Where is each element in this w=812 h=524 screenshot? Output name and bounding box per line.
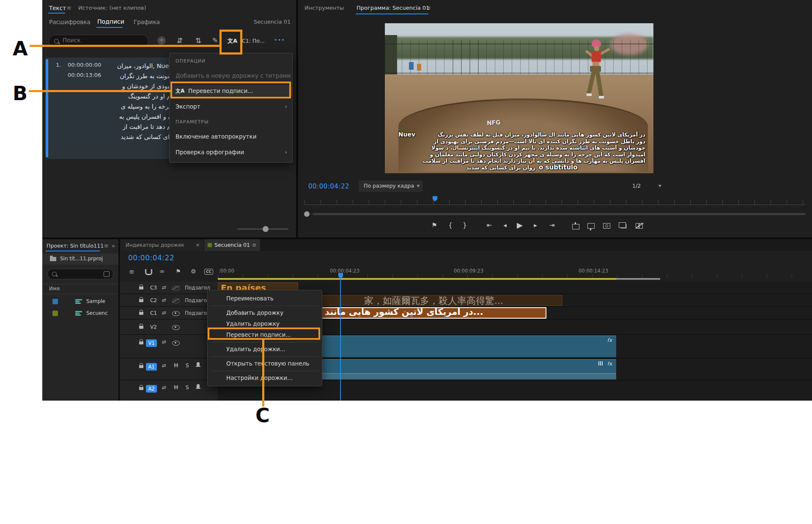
mute-button[interactable]: M [174,363,178,368]
tab-graphics[interactable]: Графика [134,19,160,25]
mark-out-button[interactable]: } [459,221,471,229]
track-name[interactable]: V2 [150,324,157,330]
mark-in-button[interactable]: { [444,221,456,229]
captions-track-options-button[interactable]: CC [204,269,213,275]
mute-button[interactable]: M [174,385,178,390]
menu-item-autoscroll[interactable]: Включение автопрокрутки [170,131,292,142]
add-marker-icon[interactable]: ⚑ [176,268,181,275]
project-panel-tab[interactable]: Проект: Sin título111 [47,243,104,249]
filter-bin-icon[interactable] [104,271,110,277]
eye-off-icon[interactable] [172,298,180,303]
eye-icon[interactable] [172,311,180,316]
program-panel-menu-icon[interactable]: ≡ [426,5,431,11]
tab-sequence[interactable]: Secuencia 01 ≡ [204,239,260,251]
caption-time-out[interactable]: 00:00:13:06 [68,72,101,78]
track-target-badge[interactable]: A2 [146,385,157,393]
edit-pencil-button[interactable]: ✎ [212,36,218,44]
sync-lock-icon[interactable]: ⇄ [162,363,166,368]
name-column-header[interactable]: Имя [49,286,60,292]
sync-lock-icon[interactable]: ⇄ [162,385,166,390]
menu-item-open-text-panel[interactable]: Открыть текстовую панель [208,358,322,369]
sync-lock-icon[interactable]: ⇄ [162,310,166,316]
playback-resolution-select[interactable]: 1/2 [632,183,641,189]
tab-track-indicators[interactable]: Индикаторы дорожек × [121,239,203,251]
lock-icon[interactable] [139,312,143,315]
step-back-button[interactable]: ◂ [499,221,511,229]
close-icon[interactable]: × [195,242,200,248]
lock-icon[interactable] [139,326,143,329]
caption-track-filter[interactable]: C1: По... [242,38,265,44]
comparison-view-button[interactable] [619,222,626,228]
lock-icon[interactable] [139,299,143,302]
menu-item-add-track[interactable]: Добавить дорожку [208,307,322,318]
multi-camera-view-button[interactable] [636,223,643,229]
export-frame-button[interactable] [603,223,610,229]
panel-overflow-icon[interactable]: » [112,243,115,249]
chevron-down-icon[interactable]: ▾ [658,183,661,189]
project-item-row[interactable]: Sample [42,296,118,308]
zoom-slider-knob[interactable] [263,226,269,232]
tools-panel-tab[interactable]: Инструменты [304,5,344,11]
menu-item-delete-tracks[interactable]: Удалить дорожки... [208,344,322,355]
track-name[interactable]: C2 [150,297,157,303]
program-ruler[interactable] [304,195,806,205]
panel-menu-icon[interactable]: ≡ [104,243,109,249]
add-caption-button[interactable]: + [157,36,166,45]
track-name[interactable]: C3 [150,285,157,291]
merge-captions-button[interactable]: ⇅ [195,36,201,45]
play-button[interactable]: ▶ [514,221,526,229]
track-name[interactable]: C1 [150,310,157,316]
menu-item-spellcheck[interactable]: Проверка орфографии › [170,147,292,158]
caption-time-in[interactable]: 00:00:00:00 [68,62,101,68]
nest-toggle-icon[interactable]: ≡ [129,268,134,276]
extract-button[interactable] [587,223,595,229]
work-area-bar[interactable] [218,278,616,280]
tab-transcript[interactable]: Расшифровка [49,19,91,25]
tab-captions[interactable]: Подписи [97,18,124,25]
menu-item-export[interactable]: Экспорт › [170,101,292,112]
caption-text[interactable]: Nuev ,الوادور، میزان شونت به طرز نگران ه… [113,61,173,156]
label-color-chip[interactable] [52,299,58,304]
timeline-playhead-line[interactable] [340,278,341,401]
track-target-badge[interactable]: V1 [146,339,157,347]
audio-clip-a1[interactable]: fx [321,359,616,379]
source-tab[interactable]: Источник: (нет клипов) [78,5,146,11]
track-target-badge[interactable]: A1 [146,363,157,371]
snap-magnet-icon[interactable] [145,269,152,275]
go-to-in-button[interactable]: ⇤ [483,221,495,229]
eye-icon[interactable] [172,325,180,330]
project-item-name[interactable]: Sample [86,298,105,304]
step-forward-button[interactable]: ▸ [529,221,541,229]
add-marker-button[interactable]: ⚑ [428,221,440,229]
sync-lock-icon[interactable]: ⇄ [162,339,166,345]
work-area-bar-end[interactable] [616,278,660,280]
zoom-level-select[interactable]: По размеру кадра ▾ [359,180,423,192]
sync-lock-icon[interactable]: ⇄ [162,284,166,290]
timeline-timecode[interactable]: 00:00:04:22 [128,254,174,262]
solo-button[interactable]: S [186,363,189,368]
menu-item-track-settings[interactable]: Настройки дорожки... [208,372,322,383]
caption-clip-c1-selected[interactable]: در آمریکای لاتین کشور هایی مانند... [321,307,546,319]
menu-item-rename[interactable]: Переименовать [208,293,322,304]
program-scrollbar-knob[interactable] [304,211,310,217]
sync-lock-icon[interactable]: ⇄ [162,297,166,303]
program-panel-tab[interactable]: Программа: Secuencia 01 [357,5,429,11]
eye-off-icon[interactable] [172,286,180,291]
label-color-chip[interactable] [52,311,58,316]
eye-icon[interactable] [172,341,180,346]
lock-icon[interactable] [139,341,143,344]
project-item-row[interactable]: Secuenc [42,308,118,319]
lock-icon[interactable] [139,387,143,390]
video-clip-v1[interactable]: fx [321,336,616,358]
project-search-input[interactable] [59,270,102,277]
search-input[interactable] [62,36,135,44]
lift-button[interactable] [572,224,579,229]
mic-icon[interactable] [197,362,200,366]
project-search-field[interactable] [47,269,113,279]
panel-menu-icon[interactable]: ≡ [252,242,257,248]
go-to-out-button[interactable]: ⇥ [546,221,558,229]
program-scrollbar[interactable] [313,213,806,215]
captions-overflow-menu-button[interactable]: ••• [274,37,285,43]
panel-menu-icon[interactable]: ≡ [67,5,71,11]
project-file-row[interactable]: Sin tít...11.prproj [42,254,118,265]
